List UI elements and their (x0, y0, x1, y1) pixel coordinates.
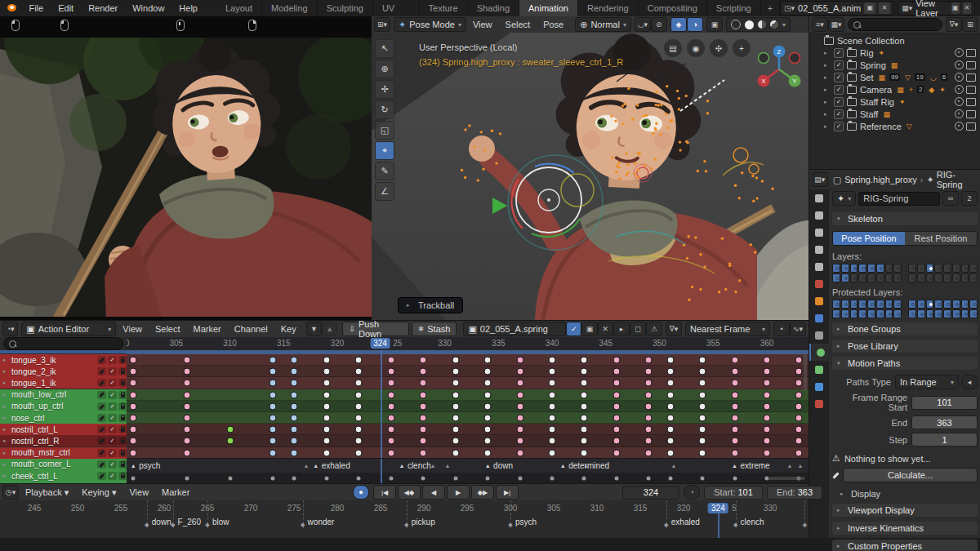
keyframe-328[interactable] (420, 391, 427, 398)
new-collection-icon[interactable]: ⊞ (962, 17, 978, 32)
modifier-icon[interactable] (97, 472, 106, 480)
keyframe-343[interactable] (581, 426, 588, 433)
protected-layer-toggle[interactable] (961, 309, 969, 318)
mute-checkbox[interactable]: ✓ (108, 391, 117, 399)
lock-icon[interactable] (118, 460, 127, 469)
keyframe-360[interactable] (764, 368, 771, 375)
protected-layer-toggle[interactable] (952, 309, 960, 318)
keyframe-354[interactable] (699, 402, 706, 410)
lock-icon[interactable] (118, 437, 127, 445)
summary-key[interactable] (550, 477, 555, 481)
expand-icon[interactable]: ▸ (824, 74, 831, 81)
keyframe-343[interactable] (581, 402, 588, 410)
keyframe-301[interactable] (130, 402, 137, 410)
keyframe-325[interactable] (387, 368, 394, 375)
link-icon[interactable]: ∞ (942, 191, 959, 206)
marker-label-psych[interactable]: psych (139, 461, 160, 470)
layer-toggle[interactable] (885, 264, 893, 273)
start-frame-field[interactable]: Start:101 (704, 486, 763, 500)
keyframe-301[interactable] (130, 368, 137, 375)
keyframe-325[interactable] (387, 402, 394, 410)
properties-tab-object[interactable] (809, 292, 829, 309)
keyframe-319[interactable] (323, 368, 330, 375)
scale-tool-icon[interactable]: ◱ (375, 121, 394, 140)
marker-diamond[interactable]: ◆ (171, 522, 175, 528)
rotate-tool-icon[interactable]: ↻ (375, 100, 394, 119)
orientation-dropdown[interactable]: ⊕ Normal▾ (575, 17, 631, 32)
protected-layer-toggle[interactable] (943, 309, 951, 318)
move-down-icon[interactable]: ▼ (306, 322, 322, 336)
keyframe-354[interactable] (699, 449, 706, 456)
keyframe-354[interactable] (699, 368, 706, 375)
shading-rendered-icon[interactable] (770, 20, 778, 29)
keyframe-328[interactable] (420, 415, 427, 422)
channel-tongue_3_ik[interactable]: ▸tongue_3_ik✓ (0, 354, 127, 366)
keyframe-354[interactable] (699, 426, 706, 433)
keyframe-346[interactable] (612, 449, 620, 456)
keyframe-319[interactable] (323, 402, 330, 410)
marker-triangle[interactable]: ▲ (313, 463, 318, 469)
properties-tab-bone-constraint[interactable] (809, 378, 829, 395)
keyframe-346[interactable] (612, 380, 620, 387)
keyframe-row-nose_ctrl[interactable] (127, 412, 808, 424)
rest-position-button[interactable]: Rest Position (905, 232, 977, 245)
protected-layer-toggle[interactable] (867, 309, 875, 318)
keyframe-334[interactable] (484, 415, 492, 422)
hide-eye-icon[interactable] (955, 85, 964, 94)
keyframe-316[interactable] (291, 438, 298, 445)
keyframe-360[interactable] (764, 449, 771, 456)
outliner-row-staff-rig[interactable]: ▸✓Staff Rig✦ (809, 96, 980, 108)
keyframe-row-tongue_2_ik[interactable] (127, 366, 808, 377)
workspace-tab-rendering[interactable]: Rendering (578, 0, 639, 16)
prev-keyframe-button[interactable]: ◀◆ (398, 485, 421, 500)
timeline-marker-F_260[interactable]: F_260 (178, 518, 201, 527)
horizontal-scrollbar[interactable] (768, 477, 805, 480)
keyframe-331[interactable] (452, 357, 459, 364)
keyframe-319[interactable] (323, 391, 330, 398)
keyframe-340[interactable] (549, 438, 556, 445)
keyframe-328[interactable] (420, 368, 427, 375)
keyframe-row-nostril_ctrl_L[interactable] (127, 424, 808, 435)
navigation-gizmo[interactable]: Z X Y (754, 44, 804, 95)
mute-checkbox[interactable]: ✓ (108, 402, 117, 411)
panel-pose-library[interactable]: ▸Pose Library (832, 340, 978, 353)
panel-bone-groups[interactable]: ▸Bone Groups (832, 322, 978, 335)
keyframe-306[interactable] (183, 391, 190, 398)
add-workspace-button[interactable]: + (761, 0, 780, 16)
collection-checkbox[interactable]: ✓ (834, 109, 844, 119)
keyframe-row-nostril_ctrl_R[interactable] (127, 435, 808, 447)
next-keyframe-button[interactable]: ◆▶ (471, 485, 494, 500)
editor-type-icon[interactable]: ▤▾ (812, 172, 828, 187)
disable-viewport-icon[interactable] (966, 49, 976, 57)
keyframe-346[interactable] (612, 368, 620, 375)
summary-key[interactable] (582, 477, 586, 481)
keyframe-349[interactable] (645, 438, 653, 445)
protected-layer-toggle[interactable] (917, 309, 925, 318)
auto-keying-record-icon[interactable]: ● (353, 485, 369, 500)
xray-toggle-icon[interactable]: ◑ (687, 17, 703, 32)
modifier-icon[interactable] (97, 449, 106, 457)
keyframe-316[interactable] (291, 415, 298, 422)
keyframe-325[interactable] (387, 415, 394, 422)
keyframe-337[interactable] (516, 438, 523, 445)
summary-key[interactable] (185, 477, 189, 481)
keyframe-319[interactable] (323, 449, 330, 456)
keyframe-306[interactable] (183, 415, 190, 422)
keyframe-360[interactable] (764, 391, 771, 398)
keyframe-351[interactable] (666, 357, 674, 364)
expand-icon[interactable]: ▸ (824, 50, 831, 56)
mute-checkbox[interactable]: ✓ (108, 460, 117, 469)
keyframe-301[interactable] (130, 426, 137, 433)
keyframe-363[interactable] (795, 391, 803, 398)
keyframe-306[interactable] (183, 438, 190, 445)
menu-render[interactable]: Render (81, 0, 125, 16)
dopesheet-menu-marker[interactable]: Marker (187, 324, 228, 334)
marker-triangle[interactable]: ▲ (787, 463, 793, 469)
jump-to-start-button[interactable]: |◀ (373, 485, 396, 500)
keyframe-322[interactable] (355, 380, 363, 387)
keyframe-349[interactable] (645, 449, 653, 456)
properties-tab-tool[interactable] (809, 189, 829, 207)
keyframe-357[interactable] (731, 426, 738, 433)
dopesheet-menu-channel[interactable]: Channel (228, 324, 274, 334)
keyframe-363[interactable] (795, 402, 803, 410)
